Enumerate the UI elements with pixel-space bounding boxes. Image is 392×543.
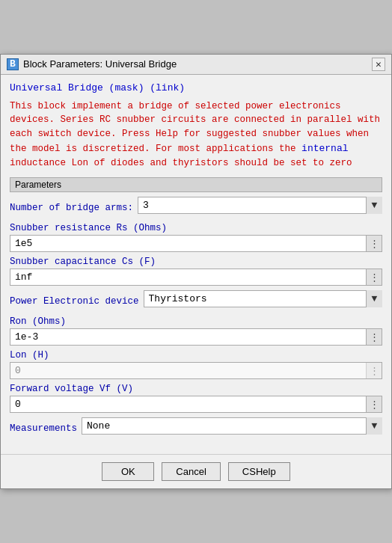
power-device-select[interactable]: Thyristors Diodes GTO / Diodes MOSFET / … [144,290,382,307]
content-area: Universal Bridge (mask) (link) This bloc… [1,75,391,452]
fwd-voltage-input-wrapper: ⋮ [10,396,382,413]
snubber-r-input[interactable] [10,235,382,252]
snubber-c-label: Snubber capacitance Cs (F) [10,257,382,267]
main-window: B Block Parameters: Universal Bridge ✕ U… [0,54,392,490]
lon-label: Lon (H) [10,350,382,361]
lon-ellipsis-icon: ⋮ [370,365,379,377]
window-title: Block Parameters: Universal Bridge [23,58,177,70]
help-button[interactable]: CSHelp [228,462,290,481]
ron-input[interactable] [10,328,382,346]
title-bar: B Block Parameters: Universal Bridge ✕ [1,55,391,75]
snubber-r-group: Snubber resistance Rs (Ohms) ⋮ [10,223,382,252]
close-button[interactable]: ✕ [372,58,385,71]
bottom-bar: OK Cancel CSHelp [1,454,391,488]
snubber-c-menu-button[interactable]: ⋮ [366,269,382,286]
fwd-voltage-menu-button[interactable]: ⋮ [366,396,382,413]
title-bar-left: B Block Parameters: Universal Bridge [7,58,177,70]
ron-ellipsis-icon: ⋮ [370,331,379,343]
ron-input-wrapper: ⋮ [10,328,382,346]
measurements-label: Measurements [10,423,77,434]
ron-label: Ron (Ohms) [10,316,382,327]
measurements-select-wrapper: None Device voltages Device currents All… [82,417,382,435]
window-icon: B [7,58,19,70]
params-section-label: Parameters [10,177,382,192]
fwd-voltage-ellipsis-icon: ⋮ [370,399,379,411]
lon-group: Lon (H) ⋮ [10,350,382,379]
power-device-select-wrapper: Thyristors Diodes GTO / Diodes MOSFET / … [144,290,382,307]
power-device-label: Power Electronic device [10,296,139,307]
fwd-voltage-label: Forward voltage Vf (V) [10,384,382,394]
fwd-voltage-group: Forward voltage Vf (V) ⋮ [10,384,382,413]
snubber-c-group: Snubber capacitance Cs (F) ⋮ [10,257,382,286]
close-icon: ✕ [376,58,382,70]
bridge-arms-row: Number of bridge arms: 3 1 2 4 5 6 ▼ [10,197,382,218]
snubber-c-input[interactable] [10,269,382,286]
lon-menu-button[interactable]: ⋮ [366,362,382,379]
lon-input[interactable] [10,362,382,379]
bridge-arms-select-wrapper: 3 1 2 4 5 6 ▼ [138,197,382,214]
ron-group: Ron (Ohms) ⋮ [10,316,382,346]
bridge-arms-select[interactable]: 3 1 2 4 5 6 [138,197,382,214]
ron-menu-button[interactable]: ⋮ [366,328,382,346]
snubber-c-input-wrapper: ⋮ [10,269,382,286]
fwd-voltage-input[interactable] [10,396,382,413]
cancel-button[interactable]: Cancel [162,462,220,481]
power-device-row: Power Electronic device Thyristors Diode… [10,290,382,312]
snubber-r-ellipsis-icon: ⋮ [370,238,379,250]
bridge-arms-label: Number of bridge arms: [10,203,133,213]
internal-word: internal [301,143,348,154]
ok-button[interactable]: OK [102,462,154,481]
snubber-r-label: Snubber resistance Rs (Ohms) [10,223,382,233]
measurements-select[interactable]: None Device voltages Device currents All… [82,417,382,435]
measurements-row: Measurements None Device voltages Device… [10,417,382,439]
snubber-r-menu-button[interactable]: ⋮ [366,235,382,252]
description-text: This block implement a bridge of selecte… [10,99,382,171]
snubber-r-input-wrapper: ⋮ [10,235,382,252]
snubber-c-ellipsis-icon: ⋮ [370,272,379,283]
lon-input-wrapper: ⋮ [10,362,382,379]
mask-link-line[interactable]: Universal Bridge (mask) (link) [10,82,382,93]
